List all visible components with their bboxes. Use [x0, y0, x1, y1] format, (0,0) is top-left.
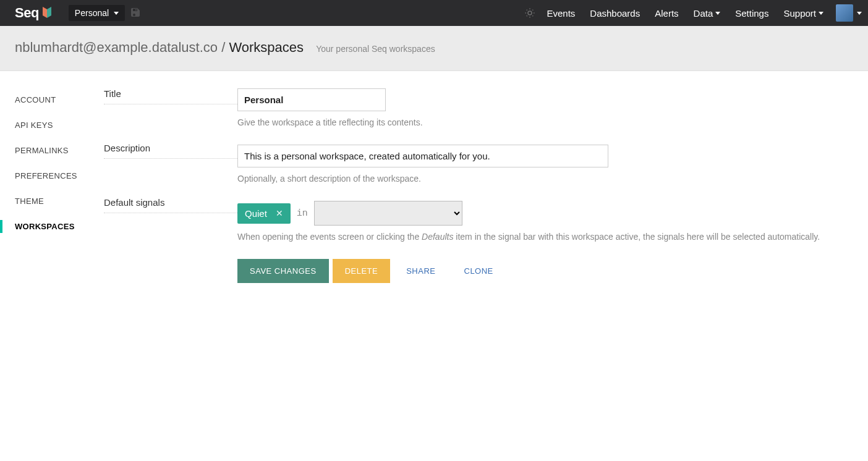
labels-column: Title Description Default signals: [104, 88, 237, 283]
label-description: Description: [104, 143, 237, 159]
signals-help-post: item in the signal bar with this workspa…: [453, 232, 820, 242]
nav-settings[interactable]: Settings: [735, 8, 768, 19]
svg-line-5: [527, 10, 527, 11]
remove-signal-icon[interactable]: ✕: [276, 208, 283, 218]
sidebar-item-theme[interactable]: THEME: [0, 188, 104, 214]
title-field-block: Give the workspace a title reflecting it…: [237, 88, 820, 127]
signal-chip-quiet: Quiet ✕: [237, 203, 291, 224]
page-header: nblumhardt@example.datalust.co / Workspa…: [0, 26, 868, 71]
breadcrumb: nblumhardt@example.datalust.co / Workspa…: [15, 40, 307, 55]
signal-select[interactable]: [314, 201, 462, 226]
sidebar-item-account[interactable]: ACCOUNT: [0, 87, 104, 112]
in-label: in: [297, 208, 308, 219]
description-help: Optionally, a short description of the w…: [237, 174, 820, 184]
sidebar-item-permalinks[interactable]: PERMALINKS: [0, 138, 104, 163]
sidebar-item-apikeys[interactable]: API KEYS: [0, 112, 104, 138]
form-area: Title Description Default signals Give t…: [104, 71, 835, 283]
signal-chip-label: Quiet: [245, 208, 267, 219]
workspace-selector-label: Personal: [75, 8, 109, 18]
brand-text: Seq: [15, 5, 39, 21]
nav-data[interactable]: Data: [694, 8, 721, 19]
svg-point-2: [528, 11, 532, 15]
signals-help-em: Defaults: [422, 232, 453, 242]
chevron-down-icon: [114, 12, 119, 15]
fields-column: Give the workspace a title reflecting it…: [237, 88, 835, 283]
save-workspace-icon[interactable]: [131, 8, 140, 19]
nav-dashboards[interactable]: Dashboards: [590, 8, 640, 19]
buttons-row: SAVE CHANGES DELETE SHARE CLONE: [237, 259, 820, 283]
breadcrumb-user: nblumhardt@example.datalust.co: [15, 40, 218, 55]
svg-line-9: [527, 15, 527, 16]
svg-line-6: [533, 15, 534, 16]
chevron-down-icon: [715, 12, 720, 15]
nav-links: Events Dashboards Alerts Data Settings S…: [547, 8, 823, 19]
delete-button[interactable]: DELETE: [333, 259, 391, 283]
description-field-block: Optionally, a short description of the w…: [237, 145, 820, 184]
svg-marker-1: [47, 7, 51, 18]
nav-data-label: Data: [694, 8, 713, 19]
title-input[interactable]: [237, 88, 386, 111]
nav-support[interactable]: Support: [783, 8, 823, 19]
main: ACCOUNT API KEYS PERMALINKS PREFERENCES …: [0, 71, 868, 283]
topbar: Seq Personal Events Dashboards Alerts Da…: [0, 0, 868, 26]
signals-help: When opening the events screen or clicki…: [237, 232, 820, 242]
nav-events[interactable]: Events: [547, 8, 575, 19]
page-subtitle: Your personal Seq workspaces: [316, 44, 435, 54]
brand-logo[interactable]: Seq: [15, 5, 51, 21]
signals-help-pre: When opening the events screen or clicki…: [237, 232, 422, 242]
user-avatar[interactable]: [836, 4, 853, 22]
workspace-selector[interactable]: Personal: [69, 5, 125, 21]
save-button[interactable]: SAVE CHANGES: [237, 259, 329, 283]
nav-alerts[interactable]: Alerts: [655, 8, 678, 19]
breadcrumb-sep: /: [218, 40, 229, 55]
description-input[interactable]: [237, 145, 608, 167]
title-help: Give the workspace a title reflecting it…: [237, 117, 820, 127]
label-title: Title: [104, 88, 237, 104]
nav-support-label: Support: [783, 8, 816, 19]
svg-marker-0: [43, 7, 47, 18]
brand-icon: [43, 7, 51, 18]
sidebar-item-preferences[interactable]: PREFERENCES: [0, 163, 104, 188]
chevron-down-icon: [819, 12, 823, 15]
sidebar-item-workspaces[interactable]: WORKSPACES: [0, 214, 104, 239]
signals-row: Quiet ✕ in: [237, 201, 820, 226]
sidebar: ACCOUNT API KEYS PERMALINKS PREFERENCES …: [0, 71, 104, 283]
label-default-signals: Default signals: [104, 197, 237, 213]
signals-field-block: Quiet ✕ in When opening the events scree…: [237, 201, 820, 242]
user-menu-chevron[interactable]: [857, 12, 862, 15]
svg-line-10: [533, 10, 534, 11]
breadcrumb-current: Workspaces: [229, 40, 304, 55]
clone-button[interactable]: CLONE: [452, 259, 506, 283]
share-button[interactable]: SHARE: [394, 259, 448, 283]
theme-toggle-icon[interactable]: [524, 7, 535, 19]
